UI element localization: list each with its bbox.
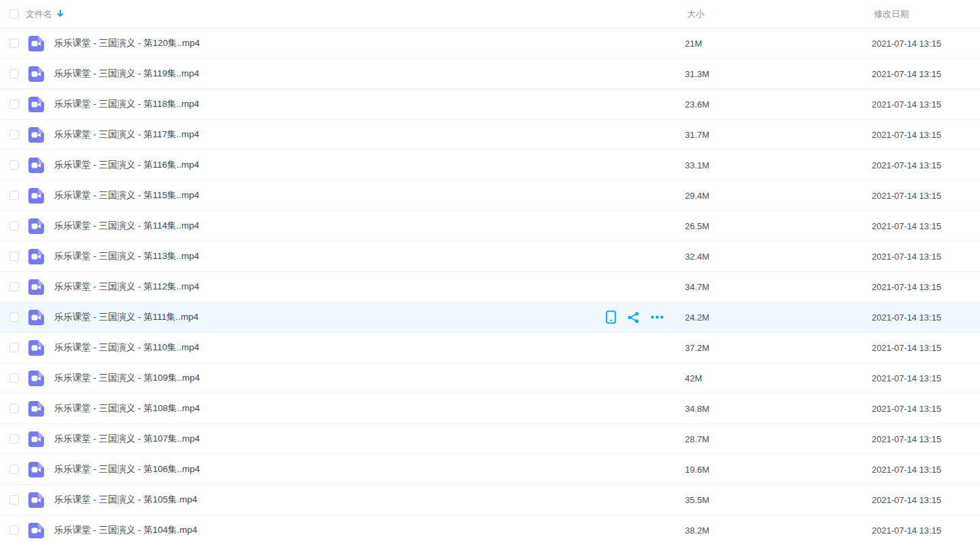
table-row[interactable]: 乐乐课堂 - 三国演义 - 第113集..mp4 32.4M 2021-07-1…: [0, 241, 980, 272]
row-checkbox[interactable]: [9, 465, 19, 474]
file-name-cell: 乐乐课堂 - 三国演义 - 第110集..mp4: [54, 342, 685, 354]
file-size: 28.7M: [685, 434, 872, 444]
sort-descending-icon[interactable]: [56, 9, 64, 18]
row-checkbox-cell: [9, 39, 19, 48]
table-row[interactable]: 乐乐课堂 - 三国演义 - 第114集..mp4 26.5M 2021-07-1…: [0, 211, 980, 241]
file-size: 24.2M: [685, 312, 872, 323]
video-file-icon: [28, 188, 44, 204]
file-name[interactable]: 乐乐课堂 - 三国演义 - 第114集..mp4: [54, 220, 199, 232]
row-checkbox[interactable]: [9, 312, 19, 322]
video-file-icon: [28, 340, 44, 356]
row-checkbox[interactable]: [9, 404, 19, 413]
row-checkbox[interactable]: [9, 434, 19, 444]
file-size: 32.4M: [685, 252, 872, 262]
file-name[interactable]: 乐乐课堂 - 三国演义 - 第115集..mp4: [54, 189, 199, 202]
file-size: 23.6M: [685, 99, 872, 110]
share-button[interactable]: [627, 312, 640, 323]
file-name[interactable]: 乐乐课堂 - 三国演义 - 第106集..mp4: [54, 463, 200, 475]
file-name-cell: 乐乐课堂 - 三国演义 - 第118集..mp4: [54, 98, 685, 110]
row-checkbox[interactable]: [9, 373, 19, 383]
file-date: 2021-07-14 13:15: [872, 525, 980, 536]
send-to-device-button[interactable]: [606, 310, 617, 324]
row-checkbox[interactable]: [9, 130, 19, 139]
table-row[interactable]: 乐乐课堂 - 三国演义 - 第104集.mp4 38.2M 2021-07-14…: [0, 515, 980, 541]
row-checkbox[interactable]: [9, 39, 19, 48]
row-checkbox-cell: [9, 495, 19, 504]
table-row[interactable]: 乐乐课堂 - 三国演义 - 第112集..mp4 34.7M 2021-07-1…: [0, 272, 980, 302]
column-header-size[interactable]: 大小: [685, 8, 872, 20]
file-name[interactable]: 乐乐课堂 - 三国演义 - 第107集..mp4: [54, 433, 200, 445]
row-checkbox[interactable]: [9, 252, 19, 261]
table-row[interactable]: 乐乐课堂 - 三国演义 - 第109集..mp4 42M 2021-07-14 …: [0, 363, 980, 394]
row-checkbox[interactable]: [9, 69, 19, 78]
table-row[interactable]: 乐乐课堂 - 三国演义 - 第120集..mp4 21M 2021-07-14 …: [0, 28, 980, 59]
file-date: 2021-07-14 13:15: [872, 191, 980, 201]
video-file-icon: [28, 66, 44, 82]
video-file-icon: [28, 127, 44, 143]
row-checkbox[interactable]: [9, 282, 19, 291]
file-name[interactable]: 乐乐课堂 - 三国演义 - 第112集..mp4: [54, 281, 199, 293]
file-name-cell: 乐乐课堂 - 三国演义 - 第106集..mp4: [54, 463, 685, 475]
more-actions-button[interactable]: [650, 315, 664, 319]
file-name[interactable]: 乐乐课堂 - 三国演义 - 第108集..mp4: [54, 402, 200, 415]
table-row[interactable]: 乐乐课堂 - 三国演义 - 第110集..mp4 37.2M 2021-07-1…: [0, 333, 980, 363]
file-name[interactable]: 乐乐课堂 - 三国演义 - 第113集..mp4: [54, 250, 199, 262]
file-name[interactable]: 乐乐课堂 - 三国演义 - 第104集.mp4: [54, 524, 198, 536]
file-name-cell: 乐乐课堂 - 三国演义 - 第104集.mp4: [54, 524, 685, 536]
row-checkbox[interactable]: [9, 525, 19, 535]
table-row[interactable]: 乐乐课堂 - 三国演义 - 第111集..mp4: [0, 302, 980, 333]
file-name-cell: 乐乐课堂 - 三国演义 - 第113集..mp4: [54, 250, 685, 262]
row-checkbox-cell: [9, 69, 19, 78]
file-name-cell: 乐乐课堂 - 三国演义 - 第117集..mp4: [54, 128, 685, 141]
file-name-cell: 乐乐课堂 - 三国演义 - 第108集..mp4: [54, 402, 685, 415]
file-date: 2021-07-14 13:15: [872, 404, 980, 414]
file-table: 文件名 大小 修改日期 乐乐课堂 - 三国演义 - 第120集..mp4: [0, 0, 980, 541]
file-date: 2021-07-14 13:15: [872, 282, 980, 292]
table-row[interactable]: 乐乐课堂 - 三国演义 - 第117集..mp4 31.7M 2021-07-1…: [0, 120, 980, 150]
row-checkbox-cell: [9, 373, 19, 383]
file-name-cell: 乐乐课堂 - 三国演义 - 第115集..mp4: [54, 189, 685, 202]
video-file-icon: [28, 401, 44, 417]
file-name-cell: 乐乐课堂 - 三国演义 - 第105集.mp4: [54, 494, 685, 506]
table-header: 文件名 大小 修改日期: [0, 0, 980, 28]
table-row[interactable]: 乐乐课堂 - 三国演义 - 第118集..mp4 23.6M 2021-07-1…: [0, 89, 980, 120]
table-row[interactable]: 乐乐课堂 - 三国演义 - 第105集.mp4 35.5M 2021-07-14…: [0, 485, 980, 515]
file-size: 29.4M: [685, 191, 872, 201]
select-all-checkbox[interactable]: [9, 9, 19, 19]
file-date: 2021-07-14 13:15: [872, 373, 980, 383]
file-size: 34.8M: [685, 404, 872, 414]
row-checkbox-cell: [9, 252, 19, 261]
row-checkbox[interactable]: [9, 495, 19, 504]
row-checkbox[interactable]: [9, 343, 19, 352]
file-name-cell: 乐乐课堂 - 三国演义 - 第120集..mp4: [54, 37, 685, 49]
file-name[interactable]: 乐乐课堂 - 三国演义 - 第119集..mp4: [54, 68, 199, 80]
filename-column-label[interactable]: 文件名: [26, 8, 52, 20]
table-row[interactable]: 乐乐课堂 - 三国演义 - 第107集..mp4 28.7M 2021-07-1…: [0, 424, 980, 454]
file-name[interactable]: 乐乐课堂 - 三国演义 - 第109集..mp4: [54, 372, 200, 384]
row-checkbox[interactable]: [9, 221, 19, 231]
video-file-icon: [28, 218, 44, 234]
file-name-cell: 乐乐课堂 - 三国演义 - 第112集..mp4: [54, 281, 685, 293]
row-checkbox[interactable]: [9, 160, 19, 170]
column-header-date[interactable]: 修改日期: [872, 8, 980, 20]
file-name[interactable]: 乐乐课堂 - 三国演义 - 第105集.mp4: [54, 494, 198, 506]
file-name[interactable]: 乐乐课堂 - 三国演义 - 第111集..mp4: [54, 311, 198, 323]
file-name[interactable]: 乐乐课堂 - 三国演义 - 第120集..mp4: [54, 37, 200, 49]
file-date: 2021-07-14 13:15: [872, 252, 980, 262]
table-row[interactable]: 乐乐课堂 - 三国演义 - 第108集..mp4 34.8M 2021-07-1…: [0, 394, 980, 424]
row-checkbox[interactable]: [9, 99, 19, 109]
video-file-icon: [28, 462, 44, 477]
table-row[interactable]: 乐乐课堂 - 三国演义 - 第115集..mp4 29.4M 2021-07-1…: [0, 181, 980, 211]
table-row[interactable]: 乐乐课堂 - 三国演义 - 第106集..mp4 19.6M 2021-07-1…: [0, 454, 980, 485]
file-name[interactable]: 乐乐课堂 - 三国演义 - 第116集..mp4: [54, 159, 199, 171]
file-name-cell: 乐乐课堂 - 三国演义 - 第114集..mp4: [54, 220, 685, 232]
row-checkbox-cell: [9, 343, 19, 352]
file-name[interactable]: 乐乐课堂 - 三国演义 - 第110集..mp4: [54, 342, 199, 354]
table-row[interactable]: 乐乐课堂 - 三国演义 - 第119集..mp4 31.3M 2021-07-1…: [0, 59, 980, 89]
file-date: 2021-07-14 13:15: [872, 99, 980, 110]
file-size: 38.2M: [685, 525, 872, 536]
file-name[interactable]: 乐乐课堂 - 三国演义 - 第118集..mp4: [54, 98, 199, 110]
file-name[interactable]: 乐乐课堂 - 三国演义 - 第117集..mp4: [54, 128, 199, 141]
table-row[interactable]: 乐乐课堂 - 三国演义 - 第116集..mp4 33.1M 2021-07-1…: [0, 150, 980, 181]
row-checkbox[interactable]: [9, 191, 19, 200]
